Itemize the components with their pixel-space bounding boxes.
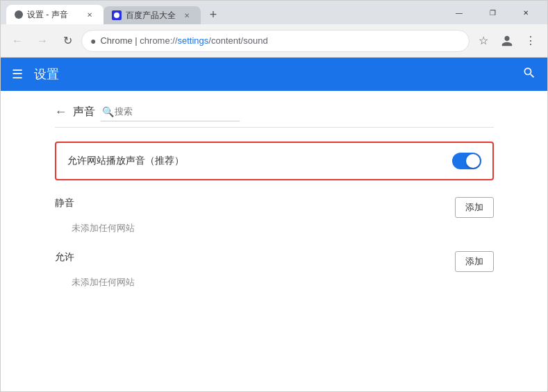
content-panel: ← 声音 🔍 允许网站播放声音（推荐）: [38, 91, 510, 316]
secure-icon: ●: [90, 35, 96, 46]
mute-add-button[interactable]: 添加: [455, 197, 494, 218]
settings-tab-close[interactable]: ✕: [84, 9, 95, 20]
address-bar[interactable]: ● Chrome | chrome://settings/content/sou…: [81, 30, 470, 52]
menu-button[interactable]: ⋮: [520, 30, 542, 52]
svg-point-0: [114, 12, 119, 18]
search-prefix-icon: 🔍: [102, 106, 114, 117]
main-content: ← 声音 🔍 允许网站播放声音（推荐）: [1, 91, 547, 391]
allow-add-button[interactable]: 添加: [455, 251, 494, 272]
browser-window: 设置 - 声音 ✕ 百度产品大全 ✕ + — ❐ ✕ ← → ↻ ●: [0, 0, 548, 392]
mute-empty-text: 未添加任何网站: [72, 222, 494, 235]
back-arrow-button[interactable]: ←: [55, 105, 67, 119]
restore-button[interactable]: ❐: [476, 1, 508, 24]
mute-section-row: 静音 添加: [55, 197, 494, 218]
allow-section-label: 允许: [55, 251, 74, 264]
omnibar-actions: ☆ ⋮: [472, 30, 542, 52]
allow-sound-toggle-row: 允许网站播放声音（推荐）: [55, 142, 494, 180]
search-input[interactable]: [101, 102, 240, 121]
mute-section-label: 静音: [55, 197, 74, 210]
settings-tab-label: 设置 - 声音: [27, 9, 68, 21]
settings-header: ☰ 设置: [1, 58, 547, 91]
window-controls: — ❐ ✕: [443, 1, 542, 24]
toggle-knob: [466, 154, 480, 168]
settings-tab-icon: [15, 10, 23, 19]
allow-section-row: 允许 添加: [55, 251, 494, 272]
settings-header-title: 设置: [34, 66, 59, 83]
forward-button[interactable]: →: [31, 30, 53, 52]
reload-button[interactable]: ↻: [56, 30, 78, 52]
settings-body: ← 声音 🔍 允许网站播放声音（推荐）: [1, 91, 547, 391]
tabs-area: 设置 - 声音 ✕ 百度产品大全 ✕ +: [6, 1, 435, 24]
profile-button[interactable]: [496, 30, 518, 52]
header-search-button[interactable]: [522, 66, 536, 83]
new-tab-button[interactable]: +: [204, 5, 223, 24]
close-button[interactable]: ✕: [510, 1, 542, 24]
address-text: Chrome | chrome://settings/content/sound: [100, 35, 267, 46]
settings-tab[interactable]: 设置 - 声音 ✕: [6, 5, 103, 24]
baidu-tab-icon: [112, 10, 122, 20]
bookmark-button[interactable]: ☆: [472, 30, 495, 52]
allow-sound-label: 允许网站播放声音（推荐）: [67, 155, 184, 167]
title-bar: 设置 - 声音 ✕ 百度产品大全 ✕ + — ❐ ✕: [1, 1, 547, 24]
omnibar: ← → ↻ ● Chrome | chrome://settings/conte…: [1, 24, 547, 58]
sound-section-title: 声音: [73, 105, 95, 119]
allow-sound-toggle[interactable]: [452, 153, 481, 169]
allow-section: 允许 添加 未添加任何网站: [55, 251, 494, 289]
hamburger-menu-icon[interactable]: ☰: [12, 67, 23, 82]
back-nav: ← 声音 🔍: [55, 102, 494, 128]
minimize-button[interactable]: —: [443, 1, 475, 24]
baidu-tab-label: 百度产品大全: [126, 10, 176, 22]
back-button[interactable]: ←: [6, 30, 28, 52]
baidu-tab[interactable]: 百度产品大全 ✕: [103, 6, 201, 24]
allow-empty-text: 未添加任何网站: [72, 276, 494, 289]
mute-section: 静音 添加 未添加任何网站: [55, 197, 494, 235]
search-area: 🔍: [101, 102, 240, 121]
baidu-tab-close[interactable]: ✕: [181, 10, 192, 21]
